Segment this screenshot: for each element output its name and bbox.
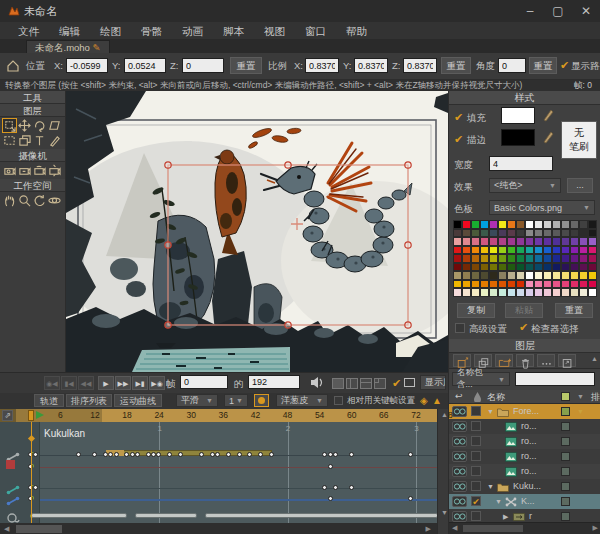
expand-down-arrow[interactable]: ▼ <box>487 408 494 415</box>
keyframe-dot[interactable] <box>146 452 151 457</box>
palette-swatch[interactable] <box>453 280 462 289</box>
palette-swatch[interactable] <box>552 280 561 289</box>
palette-swatch[interactable] <box>561 288 570 297</box>
menu-item-8[interactable]: 帮助 <box>336 22 377 40</box>
palette-swatch[interactable] <box>561 254 570 263</box>
keyframe-dot[interactable] <box>349 452 354 457</box>
camera-pan-tool[interactable] <box>47 163 62 178</box>
view-mode-single[interactable] <box>332 378 344 389</box>
palette-swatch[interactable] <box>453 254 462 263</box>
menu-item-3[interactable]: 骨骼 <box>131 22 172 40</box>
marquee-tool[interactable] <box>2 133 17 148</box>
keyframe-dot[interactable] <box>408 496 413 501</box>
palette-swatch[interactable] <box>453 229 462 238</box>
palette-swatch[interactable] <box>570 229 579 238</box>
keyframe-dot[interactable] <box>237 452 242 457</box>
menu-item-0[interactable]: 文件 <box>8 22 49 40</box>
palette-swatch[interactable] <box>579 280 588 289</box>
timeline-tab-2[interactable]: 运动曲线 <box>114 394 162 407</box>
palette-swatch[interactable] <box>543 237 552 246</box>
fill-color-swatch[interactable] <box>501 107 535 124</box>
palette-swatch[interactable] <box>489 288 498 297</box>
palette-swatch[interactable] <box>498 280 507 289</box>
palette-swatch[interactable] <box>516 237 525 246</box>
palette-swatch[interactable] <box>507 229 516 238</box>
go-to-end-button[interactable]: ▶▮ <box>132 376 148 390</box>
palette-swatch[interactable] <box>471 229 480 238</box>
pen-tool[interactable] <box>47 133 62 148</box>
palette-swatch[interactable] <box>543 220 552 229</box>
palette-swatch[interactable] <box>516 271 525 280</box>
palette-swatch[interactable] <box>534 237 543 246</box>
palette-swatch[interactable] <box>552 288 561 297</box>
palette-swatch[interactable] <box>507 254 516 263</box>
rotate-tool[interactable] <box>32 118 47 133</box>
keyframe-dot[interactable] <box>328 452 333 457</box>
palette-swatch[interactable] <box>579 220 588 229</box>
copy-style-button[interactable]: 复制 <box>457 303 495 318</box>
menu-item-6[interactable]: 视图 <box>254 22 295 40</box>
minimize-button[interactable]: – <box>516 0 544 22</box>
palette-swatch[interactable] <box>471 237 480 246</box>
layer-visibility-toggle[interactable] <box>452 451 467 462</box>
palette-swatch[interactable] <box>534 288 543 297</box>
palette-swatch[interactable] <box>462 229 471 238</box>
layer-checkbox[interactable] <box>471 466 481 476</box>
scale-z-input[interactable] <box>403 58 437 73</box>
palette-swatch[interactable] <box>498 237 507 246</box>
palette-swatch[interactable] <box>453 263 462 272</box>
palette-swatch[interactable] <box>480 246 489 255</box>
keyframe-dot[interactable] <box>108 452 113 457</box>
cycle-dropdown[interactable]: 1▼ <box>224 394 248 407</box>
camera-track-tool[interactable] <box>2 163 17 178</box>
palette-swatch[interactable] <box>543 271 552 280</box>
palette-swatch[interactable] <box>570 246 579 255</box>
keyframe-dot[interactable] <box>322 452 327 457</box>
layer-row[interactable]: ▼Kuku... <box>449 479 600 494</box>
keyframe-add-icon[interactable]: ▲ <box>432 395 442 406</box>
menu-item-4[interactable]: 动画 <box>172 22 213 40</box>
palette-swatch[interactable] <box>516 246 525 255</box>
layer-visibility-toggle[interactable] <box>452 421 467 432</box>
keyframe-dot[interactable] <box>269 452 274 457</box>
palette-swatch[interactable] <box>525 288 534 297</box>
timeline-hscrollbar[interactable]: ◀ ▶ <box>0 523 437 534</box>
palette-swatch[interactable] <box>471 263 480 272</box>
keyframe-dot[interactable] <box>156 452 161 457</box>
stack-tool[interactable] <box>17 133 32 148</box>
palette-swatch[interactable] <box>507 246 516 255</box>
palette-swatch[interactable] <box>570 271 579 280</box>
palette-swatch[interactable] <box>480 280 489 289</box>
palette-swatch[interactable] <box>498 254 507 263</box>
channel-segment-bar[interactable] <box>205 513 438 518</box>
palette-swatch[interactable] <box>516 220 525 229</box>
palette-swatch[interactable] <box>498 271 507 280</box>
palette-swatch[interactable] <box>453 237 462 246</box>
layer-checkbox[interactable] <box>471 421 481 431</box>
palette-swatch[interactable] <box>498 288 507 297</box>
palette-swatch[interactable] <box>489 229 498 238</box>
layer-checkbox[interactable] <box>471 481 481 491</box>
keyframe-dot[interactable] <box>76 452 81 457</box>
palette-swatch[interactable] <box>570 280 579 289</box>
layer-color-swatch[interactable] <box>561 512 570 521</box>
keyframe-dot[interactable] <box>226 452 231 457</box>
palette-swatch[interactable] <box>588 271 597 280</box>
palette-swatch[interactable] <box>516 263 525 272</box>
playback-disabled-0[interactable]: ◉◀ <box>44 376 60 390</box>
keyframe-dot[interactable] <box>199 452 204 457</box>
palette-swatch[interactable] <box>489 280 498 289</box>
ref-layer-button[interactable] <box>558 354 576 367</box>
effect-more-button[interactable]: ... <box>567 178 593 193</box>
palette-swatch[interactable] <box>471 254 480 263</box>
palette-swatch[interactable] <box>525 229 534 238</box>
palette-swatch[interactable] <box>462 280 471 289</box>
palette-swatch[interactable] <box>534 220 543 229</box>
layers-hscrollbar[interactable]: ◀ ▶ <box>449 522 600 534</box>
layer-visibility-toggle[interactable] <box>452 481 467 492</box>
palette-swatch[interactable] <box>570 237 579 246</box>
square-icon[interactable] <box>6 460 15 469</box>
palette-swatch[interactable] <box>480 220 489 229</box>
layer-checkbox[interactable]: ✔ <box>471 496 481 506</box>
relative-keys-checkbox[interactable] <box>334 396 343 405</box>
